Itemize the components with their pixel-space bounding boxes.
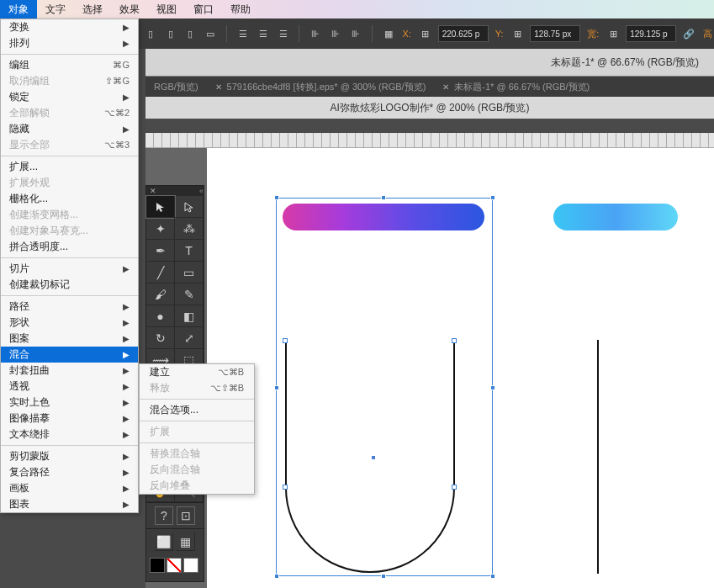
- u-shape-path[interactable]: [284, 340, 456, 574]
- menu-object[interactable]: 对象: [0, 0, 37, 19]
- selection-tool[interactable]: [146, 196, 175, 218]
- handle-ml[interactable]: [274, 385, 279, 390]
- distribute-3-icon[interactable]: ⊪: [348, 26, 363, 41]
- brush-tool[interactable]: 🖌: [146, 283, 175, 305]
- handle-u-lb[interactable]: [283, 485, 288, 490]
- menu-item-18[interactable]: 创建裁切标记: [1, 277, 138, 293]
- link-icon[interactable]: 🔗: [681, 26, 696, 41]
- menu-item-27[interactable]: 图像描摹▶: [1, 411, 138, 426]
- menu-item-7[interactable]: 隐藏▶: [1, 121, 138, 137]
- direct-select-tool[interactable]: [175, 196, 204, 218]
- handle-br[interactable]: [490, 574, 495, 579]
- document-tabs: RGB/预览) ✕ 579166cbe4df8 [转换].eps* @ 300%…: [145, 77, 714, 97]
- handle-mr[interactable]: [490, 385, 495, 390]
- menu-item-31[interactable]: 复合路径▶: [1, 464, 138, 480]
- menu-item-15[interactable]: 拼合透明度...: [1, 239, 138, 255]
- menu-item-23[interactable]: 混合▶: [1, 347, 138, 363]
- lasso-tool[interactable]: ⁂: [175, 218, 204, 240]
- menu-item-3[interactable]: 编组⌘G: [1, 57, 138, 73]
- menu-help[interactable]: 帮助: [222, 0, 259, 19]
- align-left-icon[interactable]: ▯: [143, 26, 158, 41]
- grid-icon[interactable]: ▦: [381, 26, 396, 41]
- menu-item-13: 创建渐变网格...: [1, 207, 138, 223]
- handle-u-tr[interactable]: [452, 338, 457, 343]
- align-1-icon[interactable]: ☰: [235, 26, 251, 41]
- tab-2-close-icon[interactable]: ✕: [215, 82, 222, 92]
- menu-window[interactable]: 窗口: [185, 0, 222, 19]
- menu-item-33[interactable]: 图表▶: [1, 496, 138, 512]
- menu-item-20[interactable]: 路径▶: [1, 299, 138, 315]
- menu-item-0[interactable]: 变换▶: [1, 19, 138, 35]
- stroke-swatch[interactable]: [167, 558, 182, 573]
- menu-item-26[interactable]: 实时上色▶: [1, 395, 138, 411]
- menu-item-22[interactable]: 图案▶: [1, 331, 138, 347]
- tab-3[interactable]: ✕ 未标题-1* @ 66.67% (RGB/预览): [434, 77, 598, 97]
- menu-effect[interactable]: 效果: [111, 0, 148, 19]
- w-link-icon[interactable]: ⊞: [606, 26, 621, 41]
- canvas[interactable]: [207, 148, 714, 588]
- pencil-tool[interactable]: ✎: [175, 283, 204, 305]
- menu-item-24[interactable]: 封套扭曲▶: [1, 363, 138, 379]
- submenu-item-0[interactable]: 建立⌥⌘B: [140, 364, 254, 380]
- magic-wand-tool[interactable]: ✦: [146, 218, 175, 240]
- menu-item-12[interactable]: 栅格化...: [1, 191, 138, 207]
- vertical-line[interactable]: [597, 340, 599, 574]
- handle-u-rb[interactable]: [452, 485, 457, 490]
- handle-u-tl[interactable]: [283, 338, 288, 343]
- tools-close-icon[interactable]: ✕: [150, 187, 156, 195]
- menu-item-32[interactable]: 画板▶: [1, 480, 138, 496]
- rectangle-tool[interactable]: ▭: [175, 262, 204, 283]
- gradient-pill-2[interactable]: [553, 204, 678, 230]
- menu-item-21[interactable]: 形状▶: [1, 315, 138, 331]
- menu-item-30[interactable]: 剪切蒙版▶: [1, 448, 138, 464]
- menu-text[interactable]: 文字: [37, 0, 74, 19]
- line-tool[interactable]: ╱: [146, 262, 175, 283]
- submenu-item-3[interactable]: 混合选项...: [140, 402, 254, 418]
- fill-swatch[interactable]: [150, 558, 165, 573]
- handle-bm[interactable]: [381, 574, 386, 579]
- menu-item-10[interactable]: 扩展...: [1, 159, 138, 175]
- align-3-icon[interactable]: ☰: [276, 26, 291, 41]
- menu-item-28[interactable]: 文本绕排▶: [1, 426, 138, 442]
- tools-panel-header[interactable]: ✕«: [146, 186, 204, 196]
- align-center-h-icon[interactable]: ▯: [163, 26, 178, 41]
- gradient-pill-1[interactable]: [283, 204, 484, 230]
- x-link-icon[interactable]: ⊞: [418, 26, 433, 41]
- tab-3-close-icon[interactable]: ✕: [442, 82, 449, 92]
- menu-item-1[interactable]: 排列▶: [1, 35, 138, 51]
- top-dark-pad: [145, 119, 714, 133]
- menu-item-5[interactable]: 锁定▶: [1, 89, 138, 105]
- menu-item-25[interactable]: 透视▶: [1, 379, 138, 395]
- center-handle[interactable]: [371, 455, 376, 460]
- menu-item-17[interactable]: 切片▶: [1, 261, 138, 277]
- eraser-tool[interactable]: ◧: [175, 305, 204, 327]
- type-tool[interactable]: T: [175, 240, 204, 262]
- blob-tool[interactable]: ●: [146, 305, 175, 327]
- align-right-icon[interactable]: ▯: [183, 26, 198, 41]
- w-input[interactable]: [626, 25, 676, 42]
- pen-tool[interactable]: ✒: [146, 240, 175, 262]
- y-link-icon[interactable]: ⊞: [510, 26, 526, 41]
- distribute-2-icon[interactable]: ⊪: [328, 26, 343, 41]
- menu-view[interactable]: 视图: [148, 0, 185, 19]
- menu-select[interactable]: 选择: [74, 0, 111, 19]
- handle-tl[interactable]: [274, 195, 279, 200]
- x-input[interactable]: [438, 25, 489, 42]
- rotate-tool[interactable]: ↻: [146, 327, 175, 349]
- align-2-icon[interactable]: ☰: [256, 26, 271, 41]
- screen-mode-1[interactable]: ⬜: [155, 532, 173, 551]
- scale-tool[interactable]: ⤢: [175, 327, 204, 349]
- handle-tm[interactable]: [381, 195, 386, 200]
- help-tool[interactable]: ?: [155, 506, 173, 525]
- none-swatch[interactable]: [183, 558, 198, 573]
- align-top-icon[interactable]: ▭: [203, 26, 218, 41]
- tab-2[interactable]: ✕ 579166cbe4df8 [转换].eps* @ 300% (RGB/预览…: [207, 77, 435, 97]
- screen-mode-2[interactable]: ▦: [177, 532, 195, 551]
- handle-bl[interactable]: [274, 574, 279, 579]
- misc-tool[interactable]: ⊡: [177, 506, 195, 525]
- y-input[interactable]: [530, 25, 580, 42]
- tab-1[interactable]: RGB/预览): [145, 77, 207, 97]
- ruler-horizontal[interactable]: [145, 133, 714, 148]
- handle-tr[interactable]: [490, 195, 495, 200]
- distribute-1-icon[interactable]: ⊪: [308, 26, 323, 41]
